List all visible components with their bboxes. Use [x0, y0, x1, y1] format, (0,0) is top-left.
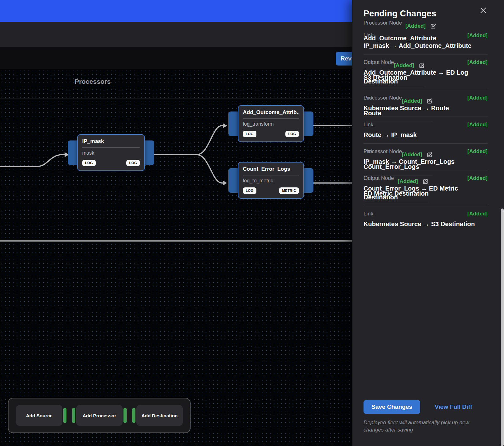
edit-icon[interactable]	[426, 152, 433, 158]
change-title: Route → IP_mask	[364, 130, 488, 139]
add-node-button[interactable]: Add Destination	[136, 405, 183, 426]
node-type-label: log_transform	[243, 121, 299, 127]
added-badge: [Added]	[467, 121, 488, 129]
added-badge: [Added]	[467, 59, 488, 66]
change-meta: Link [Added]	[364, 121, 488, 129]
change-kind-label: Output Node	[364, 174, 394, 182]
pending-change-row: Output Node [Added] ED Metric Destina	[364, 170, 429, 202]
page-scrollbar-thumb[interactable]	[501, 209, 504, 446]
node-badges: LOG LOG	[243, 131, 299, 137]
output-port-handle[interactable]	[123, 408, 127, 423]
footer-actions: Save Changes View Full Diff	[364, 400, 488, 414]
node-divider	[82, 147, 140, 148]
node-badges: LOG METRIC	[243, 187, 299, 194]
change-kind-label: Processor Node	[364, 148, 402, 155]
change-title: Kubernetes Source → S3 Destination	[364, 220, 488, 228]
change-meta: Processor Node [Added]	[364, 94, 433, 105]
change-meta: Processor Node [Added]	[364, 148, 433, 158]
change-meta: Output Node [Added]	[364, 59, 425, 69]
edit-icon[interactable]	[418, 62, 425, 69]
pending-change-row: Processor Node [Added] Route	[364, 90, 433, 122]
input-type-badge: LOG	[243, 187, 256, 194]
palette-item: Add Source	[16, 405, 66, 426]
processor-node[interactable]: IP_mask mask LOG LOG	[77, 134, 145, 171]
palette-item: Add Destination	[132, 405, 183, 426]
node-type-label: log_to_metric	[243, 178, 299, 184]
added-badge: [Added]	[467, 174, 488, 182]
added-badge: [Added]	[467, 148, 488, 155]
input-type-badge: LOG	[82, 160, 96, 166]
node-title: Count_Error_Logs	[243, 166, 299, 172]
change-title: S3 Destination	[364, 73, 425, 82]
node-badges: LOG LOG	[82, 160, 140, 166]
output-type-badge: METRIC	[279, 187, 299, 194]
save-changes-button[interactable]: Save Changes	[364, 400, 420, 414]
palette-item: Add Processor	[72, 405, 127, 426]
change-title: Add_Outcome_Attribute	[364, 34, 436, 43]
change-kind-label: Processor Node	[364, 94, 402, 102]
change-meta: Output Node [Added]	[364, 174, 429, 185]
edit-icon[interactable]	[426, 98, 433, 105]
node-divider	[243, 175, 299, 175]
pending-change-row: Processor Node [Added] Add_Outcome_At	[364, 28, 436, 47]
output-port-handle[interactable]	[63, 408, 66, 423]
pending-changes-panel: Pending Changes Processor Node [Added]	[352, 0, 504, 446]
node-divider	[243, 118, 299, 119]
processor-node[interactable]: Add_Outcome_Attrib... log_transform LOG …	[238, 105, 304, 142]
node-card[interactable]: Count_Error_Logs log_to_metric LOG METRI…	[238, 162, 304, 199]
change-kind-label: Output Node	[364, 59, 394, 66]
node-card[interactable]: IP_mask mask LOG LOG	[77, 134, 145, 171]
node-card[interactable]: Add_Outcome_Attrib... log_transform LOG …	[238, 105, 304, 142]
added-badge: [Added]	[405, 28, 426, 30]
change-kind-label: Link	[364, 121, 373, 129]
add-node-button[interactable]: Add Processor	[76, 405, 123, 426]
added-badge: [Added]	[467, 94, 488, 102]
change-title: Route	[364, 109, 433, 117]
view-full-diff-link[interactable]: View Full Diff	[435, 403, 472, 410]
change-meta: Link [Added]	[364, 210, 488, 218]
close-icon[interactable]	[479, 6, 487, 14]
edit-icon[interactable]	[430, 28, 436, 30]
deploy-footnote: Deployed fleet will automatically pick u…	[364, 419, 484, 433]
input-port-handle[interactable]	[72, 408, 75, 423]
added-badge: [Added]	[398, 178, 418, 185]
added-badge: [Added]	[394, 62, 414, 69]
add-node-palette: Add Source Add Processor Add Destination	[8, 398, 191, 433]
pending-change-row: Link [Added] Kubernetes Source → S3 Dest…	[364, 206, 488, 232]
pending-change-row: Output Node [Added] S3 Destination	[364, 54, 425, 86]
output-type-badge: LOG	[285, 131, 299, 137]
node-type-label: mask	[82, 150, 140, 156]
output-type-badge: LOG	[126, 160, 140, 166]
node-title: Add_Outcome_Attrib...	[243, 109, 299, 116]
change-meta: Processor Node [Added]	[364, 28, 436, 30]
app-window: Rev Processors IP_mask	[0, 0, 504, 446]
added-badge: [Added]	[467, 210, 488, 218]
add-node-button[interactable]: Add Source	[16, 405, 62, 426]
edit-icon[interactable]	[422, 178, 429, 185]
added-badge: [Added]	[402, 97, 422, 105]
processor-node[interactable]: Count_Error_Logs log_to_metric LOG METRI…	[238, 162, 304, 199]
panel-footer: Save Changes View Full Diff Deployed fle…	[352, 399, 504, 446]
node-title: IP_mask	[82, 138, 140, 145]
added-badge: [Added]	[467, 32, 488, 39]
pending-changes-list[interactable]: Processor Node [Added] Add_Outcome_At	[352, 28, 504, 399]
input-port-handle[interactable]	[132, 408, 135, 423]
change-kind-label: Link	[364, 210, 373, 218]
added-badge: [Added]	[402, 151, 422, 158]
change-title: Count_Error_Logs	[364, 162, 433, 171]
change-title: ED Metric Destination	[364, 189, 429, 198]
input-type-badge: LOG	[243, 131, 256, 137]
